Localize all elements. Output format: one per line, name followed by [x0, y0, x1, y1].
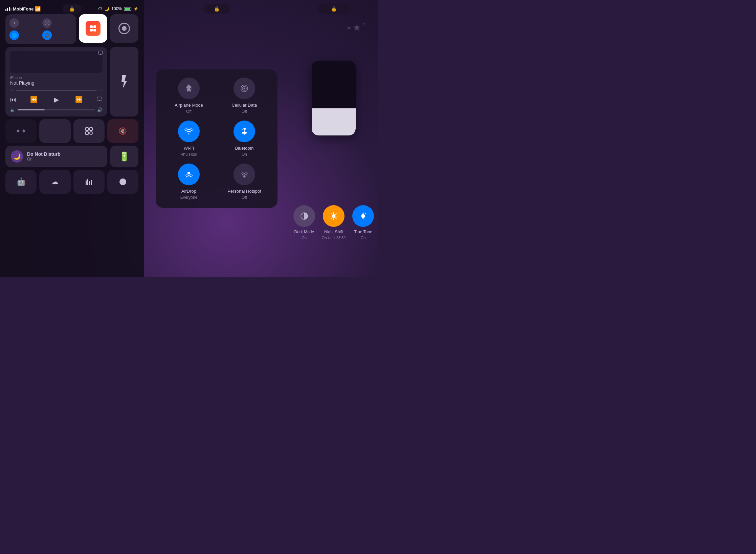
media-controls: ⏮ ⏪ ▶ ⏩ — [10, 94, 103, 105]
battery-icon — [124, 7, 131, 11]
svg-rect-10 — [86, 180, 87, 185]
battery-fill — [125, 8, 130, 10]
svg-rect-2 — [90, 25, 93, 28]
dark-mode-label: Dark Mode — [294, 230, 314, 234]
cellular-item[interactable] — [42, 18, 72, 28]
scanner-button[interactable] — [73, 119, 105, 143]
wifi-item[interactable]: 🌐 — [9, 30, 40, 40]
cellular-icon — [42, 18, 52, 28]
svg-point-16 — [244, 87, 245, 89]
popup-airplane-icon — [178, 78, 200, 99]
svg-line-29 — [335, 214, 336, 214]
star-large-icon: ★ — [353, 22, 361, 33]
status-left: MobiFone 📶 — [5, 6, 41, 12]
svg-rect-8 — [86, 132, 88, 134]
lock-icon-middle: 🔒 — [214, 6, 220, 12]
popup-airdrop-sub: Everyone — [180, 195, 198, 200]
record-button[interactable] — [107, 170, 138, 194]
network-popup: Airplane Mode Off Cellular Data Off — [156, 69, 277, 208]
svg-point-17 — [242, 132, 244, 134]
signal-bar-1 — [5, 9, 6, 11]
bluetooth-item[interactable]: 🎧 — [42, 30, 72, 40]
wifi-icon: 🌐 — [9, 30, 19, 40]
popup-wifi[interactable]: Wi-Fi Phu Hoai — [164, 121, 214, 157]
svg-line-26 — [331, 214, 332, 214]
popup-airdrop-icon — [178, 164, 200, 185]
true-tone-sub: On — [361, 236, 366, 240]
battery-icon-container — [124, 7, 131, 11]
popup-cellular[interactable]: Cellular Data Off — [219, 78, 269, 114]
lock-icon-left: 🔒 — [69, 6, 75, 12]
popup-bluetooth-label: Bluetooth — [235, 146, 254, 151]
night-shift-icon — [323, 205, 344, 227]
progress-track[interactable] — [16, 90, 97, 91]
sound-button[interactable]: 🔇 — [107, 119, 138, 143]
screen-record-button[interactable] — [110, 14, 138, 43]
robot-button[interactable]: 🤖 — [5, 170, 37, 194]
popup-bluetooth-icon — [234, 121, 255, 142]
rewind-button[interactable]: ⏮ — [10, 96, 16, 103]
popup-cellular-icon — [234, 78, 255, 99]
airplay-button[interactable] — [96, 96, 103, 103]
media-device: iPhone — [10, 76, 103, 80]
battery-widget[interactable]: 🔋 — [110, 146, 138, 167]
svg-line-28 — [331, 218, 332, 218]
volume-high-icon: 🔊 — [97, 107, 103, 112]
signal-bars — [5, 7, 12, 11]
moon-icon: 🌙 — [104, 6, 109, 11]
popup-hotspot[interactable]: Personal Hotspot Off — [219, 164, 269, 200]
app-icon-button[interactable] — [79, 14, 107, 43]
star-small-icon: ★ — [347, 25, 351, 31]
popup-bluetooth[interactable]: Bluetooth On — [219, 121, 269, 157]
popup-cellular-sub: Off — [242, 109, 247, 114]
popup-airplane-sub: Off — [186, 109, 192, 114]
popup-airplane-mode[interactable]: Airplane Mode Off — [164, 78, 214, 114]
svg-point-1 — [46, 22, 48, 24]
popup-bluetooth-sub: On — [242, 152, 247, 157]
night-shift-control[interactable]: Night Shift On Until 23:59 — [322, 205, 346, 240]
network-block: ✈ 🌐 🎧 — [5, 14, 76, 44]
dark-mode-control[interactable]: Dark Mode On — [293, 205, 315, 240]
true-tone-icon — [352, 205, 374, 227]
volume-bar-wrap: 🔈 🔊 — [10, 107, 103, 112]
popup-airdrop[interactable]: AirDrop Everyone — [164, 164, 214, 200]
stars-decoration: ★ ★ ★ — [347, 22, 366, 33]
lock-pill-left: 🔒 — [62, 4, 82, 14]
skip-forward-button[interactable]: ⏩ — [75, 96, 83, 103]
play-button[interactable]: ▶ — [51, 94, 62, 105]
true-tone-control[interactable]: True Tone On — [352, 205, 374, 240]
skip-back-button[interactable]: ⏪ — [30, 96, 38, 103]
panel-right: 🔒 ★ ★ ★ Dark Mode On — [289, 0, 378, 277]
popup-hotspot-sub: Off — [242, 195, 247, 200]
popup-wifi-sub: Phu Hoai — [180, 152, 197, 157]
album-art — [10, 51, 103, 73]
airplay-icon-top[interactable] — [98, 50, 103, 57]
third-button[interactable] — [39, 119, 70, 143]
bluetooth-icon: 🎧 — [42, 30, 52, 40]
lock-pill-right: 🔒 — [317, 4, 350, 14]
cloud-button[interactable]: ☁ — [39, 170, 70, 194]
dnd-button[interactable]: 🌙 Do Not Disturb On — [5, 146, 107, 167]
control-grid-bottom: 🤖 ☁ — [5, 170, 138, 194]
flashlight-button[interactable] — [110, 47, 138, 116]
true-tone-label: True Tone — [354, 230, 372, 234]
equalizer-button[interactable] — [73, 170, 105, 194]
status-right: ⏱ 🌙 100% ⚡ — [98, 6, 138, 11]
popup-airdrop-label: AirDrop — [181, 189, 196, 194]
panel-left: 🔒 MobiFone 📶 ⏱ 🌙 100% ⚡ — [0, 0, 144, 277]
volume-low-icon: 🔈 — [10, 107, 16, 112]
carrier-name: MobiFone — [13, 6, 34, 12]
brightness-stars-button[interactable]: ✦✦ — [5, 119, 37, 143]
signal-bar-3 — [9, 7, 10, 11]
popup-wifi-label: Wi-Fi — [184, 146, 194, 151]
popup-wifi-icon — [178, 121, 200, 142]
dnd-status: On — [27, 157, 61, 162]
airplane-mode-item[interactable]: ✈ — [9, 18, 40, 28]
popup-hotspot-label: Personal Hotspot — [227, 189, 261, 194]
sound-icon: 🔇 — [118, 127, 127, 135]
robot-icon: 🤖 — [17, 177, 26, 186]
time-right: -:-- — [99, 88, 103, 92]
night-shift-sub: On Until 23:59 — [322, 236, 346, 240]
volume-track[interactable] — [18, 109, 95, 110]
dnd-moon-icon: 🌙 — [11, 150, 23, 163]
